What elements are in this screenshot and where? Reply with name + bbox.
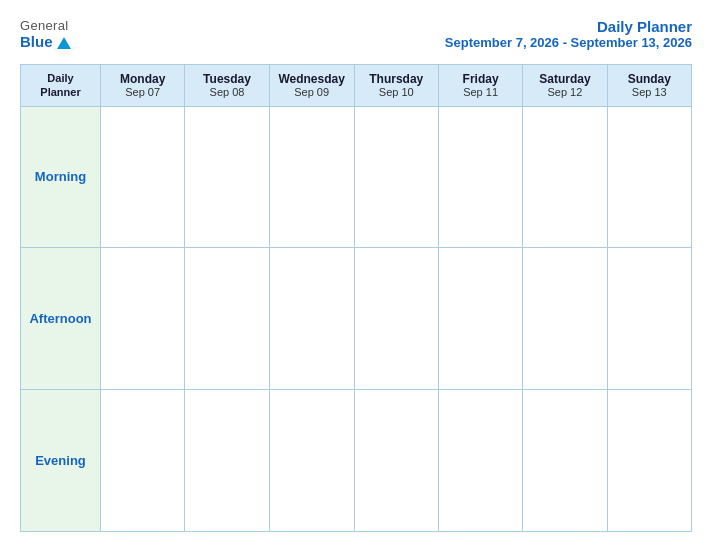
- table-header-friday: Friday Sep 11: [438, 65, 522, 107]
- title-main: Daily Planner: [445, 18, 692, 35]
- evening-friday[interactable]: [438, 390, 522, 532]
- morning-row: Morning: [21, 106, 692, 248]
- evening-sunday[interactable]: [607, 390, 691, 532]
- afternoon-row: Afternoon: [21, 248, 692, 390]
- afternoon-sunday[interactable]: [607, 248, 691, 390]
- morning-wednesday[interactable]: [269, 106, 354, 248]
- afternoon-monday[interactable]: [101, 248, 185, 390]
- morning-sunday[interactable]: [607, 106, 691, 248]
- table-header-monday: Monday Sep 07: [101, 65, 185, 107]
- table-header-wednesday: Wednesday Sep 09: [269, 65, 354, 107]
- table-header-row: Daily Planner Monday Sep 07 Tuesday Sep …: [21, 65, 692, 107]
- morning-tuesday[interactable]: [185, 106, 269, 248]
- dp-line2: Planner: [25, 85, 96, 99]
- evening-tuesday[interactable]: [185, 390, 269, 532]
- afternoon-label: Afternoon: [21, 248, 101, 390]
- afternoon-tuesday[interactable]: [185, 248, 269, 390]
- title-subtitle: September 7, 2026 - September 13, 2026: [445, 35, 692, 50]
- header: General Blue Daily Planner September 7, …: [20, 18, 692, 50]
- calendar-table: Daily Planner Monday Sep 07 Tuesday Sep …: [20, 64, 692, 532]
- dp-line1: Daily: [25, 71, 96, 85]
- page: General Blue Daily Planner September 7, …: [0, 0, 712, 550]
- table-header-tuesday: Tuesday Sep 08: [185, 65, 269, 107]
- table-header-saturday: Saturday Sep 12: [523, 65, 607, 107]
- afternoon-friday[interactable]: [438, 248, 522, 390]
- morning-label: Morning: [21, 106, 101, 248]
- table-header-thursday: Thursday Sep 10: [354, 65, 438, 107]
- table-header-sunday: Sunday Sep 13: [607, 65, 691, 107]
- morning-monday[interactable]: [101, 106, 185, 248]
- morning-saturday[interactable]: [523, 106, 607, 248]
- evening-saturday[interactable]: [523, 390, 607, 532]
- morning-friday[interactable]: [438, 106, 522, 248]
- table-header-daily-planner: Daily Planner: [21, 65, 101, 107]
- afternoon-thursday[interactable]: [354, 248, 438, 390]
- evening-row: Evening: [21, 390, 692, 532]
- afternoon-wednesday[interactable]: [269, 248, 354, 390]
- logo-triangle-icon: [57, 37, 71, 49]
- logo: General Blue: [20, 18, 71, 50]
- header-title: Daily Planner September 7, 2026 - Septem…: [445, 18, 692, 50]
- afternoon-saturday[interactable]: [523, 248, 607, 390]
- evening-thursday[interactable]: [354, 390, 438, 532]
- morning-thursday[interactable]: [354, 106, 438, 248]
- evening-wednesday[interactable]: [269, 390, 354, 532]
- evening-label: Evening: [21, 390, 101, 532]
- evening-monday[interactable]: [101, 390, 185, 532]
- logo-general-text: General: [20, 18, 68, 33]
- logo-blue-text: Blue: [20, 33, 71, 50]
